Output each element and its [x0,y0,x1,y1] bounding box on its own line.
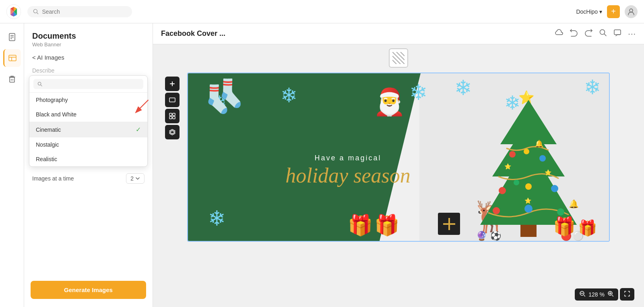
facebook-cover-image[interactable]: ❄ ❄ ❄ ❄ ❄ ❄ ❄ ❄ 🧦 🎅 Have a magical ho [187,73,610,242]
more-options-icon[interactable]: ··· [628,29,636,38]
canvas-title: Facebook Cover ... [161,29,225,38]
svg-rect-35 [169,116,172,119]
svg-text:🔔: 🔔 [535,139,544,148]
redo-icon[interactable] [584,29,592,39]
svg-line-28 [396,60,400,64]
svg-rect-34 [173,113,175,116]
style-dropdown[interactable]: Photography Black and White Cinematic ✓ [29,75,148,167]
app-logo [6,4,21,19]
svg-text:⚽: ⚽ [490,230,502,241]
svg-rect-12 [10,77,14,82]
santa-claus: 🎅 [373,87,406,117]
dropdown-item-photography[interactable]: Photography [29,93,147,107]
svg-line-21 [392,52,396,56]
panel-subtitle: Web Banner [32,41,144,48]
canvas-toolbar: Facebook Cover ... [153,23,644,44]
svg-point-43 [539,155,546,162]
layers-btn[interactable] [165,125,180,139]
search-canvas-icon[interactable] [599,29,607,39]
brand-name[interactable]: DocHipo ▾ [576,8,602,15]
left-panel: Documents Web Banner < AI Images Describ… [24,23,153,307]
top-nav: DocHipo ▾ + [0,0,644,23]
svg-line-16 [41,85,42,86]
zoom-out-btn[interactable] [580,291,585,298]
search-input[interactable] [42,8,126,15]
pattern-icon-wrapper[interactable] [389,48,408,68]
images-select[interactable]: 2 [126,173,144,184]
back-link[interactable]: < AI Images [24,49,153,64]
canvas-body: ❄ ❄ ❄ ❄ ❄ ❄ ❄ ❄ 🧦 🎅 Have a magical ho [153,44,644,307]
svg-line-63 [584,295,585,297]
svg-text:⭐: ⭐ [504,163,512,170]
check-icon: ✓ [136,126,141,133]
zoom-in-canvas-btn[interactable] [165,77,180,91]
svg-line-3 [37,12,38,14]
search-bar[interactable] [27,6,132,17]
holiday-text-overlay: Have a magical holiday season [285,154,411,187]
svg-rect-33 [169,113,172,116]
svg-point-15 [38,82,41,85]
canvas-area: Facebook Cover ... [153,23,644,307]
svg-point-4 [630,9,633,12]
gift-boxes: 🎁🎁 [348,214,399,237]
svg-line-22 [396,52,400,56]
black-gift-box [438,213,460,235]
right-gift-boxes: 🎁 🎁 [553,216,597,237]
images-at-time-control: Images at a time 2 [24,167,153,190]
images-at-time-label: Images at a time [32,175,74,182]
canvas-left-tools [165,77,180,139]
aspect-ratio-btn[interactable] [165,93,180,107]
user-avatar[interactable] [625,5,638,18]
svg-rect-20 [614,30,621,35]
dropdown-item-realistic[interactable]: Realistic [29,152,147,166]
sidebar-item-templates[interactable] [3,49,21,67]
svg-point-45 [499,187,506,194]
zoom-level: 128 % [588,291,605,298]
snowflake-2: ❄ [281,85,297,106]
images-select-value: 2 [130,175,134,182]
dropdown-item-cinematic[interactable]: Cinematic ✓ [29,122,147,137]
svg-line-23 [400,52,405,56]
fullscreen-btn[interactable] [620,288,634,301]
sidebar-item-document[interactable] [3,28,21,46]
search-icon [33,8,39,15]
svg-point-49 [493,207,500,214]
nav-right: DocHipo ▾ + [576,5,638,18]
undo-icon[interactable] [570,29,578,39]
sidebar-item-trash[interactable] [3,70,21,88]
zoom-in-btn[interactable] [608,291,613,298]
dropdown-search-input[interactable] [45,81,139,87]
magical-text: Have a magical [285,154,411,162]
svg-rect-36 [173,116,175,119]
svg-line-26 [400,56,405,60]
bottom-bar: 128 % [575,288,634,301]
svg-text:⭐: ⭐ [518,90,535,105]
add-button[interactable]: + [607,5,620,18]
chevron-down-icon [135,176,140,181]
snowflake-6: ❄ [208,208,226,229]
svg-point-51 [524,205,533,213]
dropdown-search-area [29,76,147,93]
dropdown-item-nostalgic[interactable]: Nostalgic [29,137,147,152]
svg-point-47 [525,183,532,190]
comment-icon[interactable] [613,29,621,39]
svg-line-27 [392,60,396,64]
describe-label: Describe [24,64,153,75]
svg-text:⭐: ⭐ [545,169,552,176]
svg-point-48 [514,180,519,185]
christmas-stocking: 🧦 [204,77,244,115]
svg-text:🔔: 🔔 [569,199,579,209]
pattern-icon [389,48,408,68]
cloud-save-icon[interactable] [555,28,564,39]
generate-images-button[interactable]: Generate Images [31,281,146,299]
svg-line-19 [604,34,606,36]
svg-point-46 [551,185,558,192]
zoom-control: 128 % [575,288,618,301]
svg-line-24 [392,56,396,60]
grid-view-btn[interactable] [165,109,180,123]
svg-point-50 [557,208,564,216]
main-layout: Documents Web Banner < AI Images Describ… [0,23,644,307]
svg-line-29 [400,60,405,64]
snowflake-3: ❄ [409,81,427,103]
dropdown-item-black-and-white[interactable]: Black and White [29,107,147,122]
